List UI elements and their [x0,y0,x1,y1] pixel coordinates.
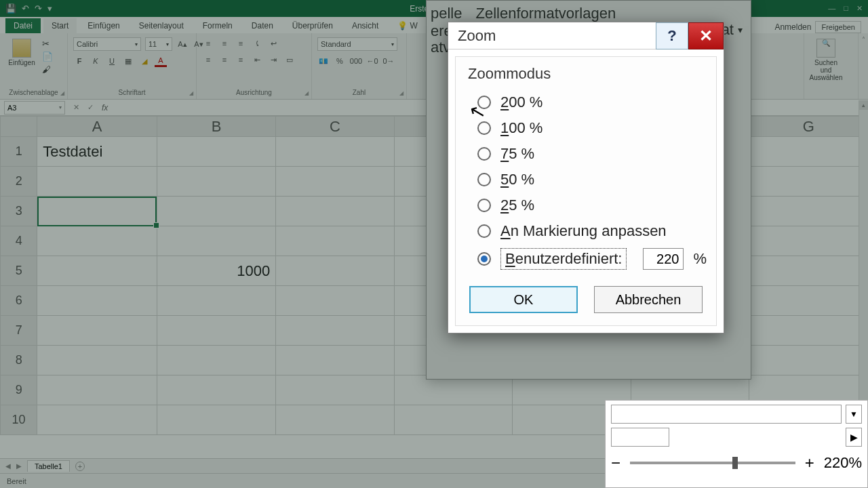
close-dialog-button[interactable]: ✕ [688,22,724,49]
collapse-ribbon-icon[interactable]: ˄ [862,36,865,43]
row-header-6[interactable]: 6 [1,286,37,316]
tab-insert[interactable]: Einfügen [79,18,127,33]
zoom-custom-input[interactable] [643,248,684,270]
cell-a3-selected[interactable] [37,197,157,226]
vertical-scrollbar[interactable]: ▴ [859,100,868,443]
close-window-icon[interactable]: ✕ [856,4,863,13]
zoom-option-50[interactable]: 50 % [468,167,704,192]
zoom-option-fit-selection[interactable]: An Markierung anpassen [468,218,704,244]
zoom-option-200[interactable]: 200 % [468,89,704,115]
signin-link[interactable]: Anmelden [774,22,811,32]
italic-button[interactable]: K [90,55,102,67]
overlay-dropdown[interactable] [611,405,842,424]
row-header-1[interactable]: 1 [1,137,37,167]
format-painter-icon[interactable]: 🖌 [42,64,53,75]
row-header-10[interactable]: 10 [1,405,37,435]
tab-page-layout[interactable]: Seitenlayout [131,18,192,33]
zoom-option-75[interactable]: 75 % [468,141,704,167]
select-all-corner[interactable] [1,117,37,137]
name-box[interactable]: A3▾ [4,101,65,115]
zoom-slider[interactable] [630,462,795,464]
overlay-scroll-right[interactable]: ▶ [846,428,862,447]
zoom-option-25[interactable]: 25 % [468,192,704,218]
align-middle-icon[interactable]: ≡ [218,37,231,49]
tab-file[interactable]: Datei [5,18,41,33]
row-header-5[interactable]: 5 [1,256,37,286]
align-left-icon[interactable]: ≡ [202,54,214,66]
bold-button[interactable]: F [73,55,85,67]
tab-tellme[interactable]: 💡 W [389,18,426,33]
undo-icon[interactable]: ↶ [22,3,29,14]
add-sheet-button[interactable]: + [75,462,85,471]
zoom-slider-thumb[interactable] [732,457,738,469]
indent-decrease-icon[interactable]: ⇤ [251,54,263,66]
sheet-tab-1[interactable]: Tabelle1 [27,460,70,472]
orientation-icon[interactable]: ⤹ [251,37,263,49]
font-size-select[interactable]: 11▾ [145,37,172,51]
help-button[interactable]: ? [656,22,688,49]
overlay-input[interactable] [611,428,669,447]
sheet-nav-prev-icon[interactable]: ◀ [5,462,11,470]
border-icon[interactable]: ▦ [122,55,134,67]
align-top-icon[interactable]: ≡ [202,37,214,49]
row-header-7[interactable]: 7 [1,316,37,346]
align-center-icon[interactable]: ≡ [218,54,231,66]
zoom-option-custom[interactable]: Benutzerdefiniert: % [468,244,704,274]
tab-formulas[interactable]: Formeln [195,18,241,33]
indent-increase-icon[interactable]: ⇥ [267,54,279,66]
row-header-8[interactable]: 8 [1,346,37,375]
cell-a1[interactable]: Testdatei [37,137,157,167]
cut-icon[interactable]: ✂ [42,39,53,49]
zoom-out-button[interactable]: − [611,453,620,472]
zoom-option-100[interactable]: 100 % [468,115,704,141]
customize-icon[interactable]: ▾ [47,3,52,14]
number-format-select[interactable]: Standard▾ [317,37,397,51]
underline-button[interactable]: U [106,55,118,67]
ok-button[interactable]: OK [469,286,578,313]
column-header-g[interactable]: G [749,117,868,137]
fill-color-icon[interactable]: ◢ [138,55,151,67]
zoom-level-label[interactable]: 220% [824,454,862,472]
tab-data[interactable]: Daten [243,18,281,33]
column-header-b[interactable]: B [157,117,276,137]
font-color-icon[interactable]: A [155,55,167,67]
row-header-3[interactable]: 3 [1,197,37,226]
save-icon[interactable]: 💾 [5,3,16,14]
font-dialog-launcher[interactable]: ◢ [189,90,193,96]
font-name-select[interactable]: Calibri▾ [73,37,141,51]
column-header-a[interactable]: A [37,117,157,137]
enter-formula-icon[interactable]: ✓ [83,103,98,112]
percent-icon[interactable]: % [334,55,346,67]
redo-icon[interactable]: ↷ [35,3,42,14]
zoom-in-button[interactable]: + [805,453,814,472]
cell-b5[interactable]: 1000 [157,256,276,286]
wrap-text-icon[interactable]: ↩ [267,37,279,49]
cancel-button[interactable]: Abbrechen [594,286,703,313]
alignment-dialog-launcher[interactable]: ◢ [304,90,309,96]
paste-button[interactable]: Einfügen [5,37,38,68]
tab-start[interactable]: Start [43,18,77,33]
thousands-icon[interactable]: 000 [350,55,362,67]
decrease-decimal-icon[interactable]: 0→ [382,55,395,67]
grow-font-icon[interactable]: A▴ [176,38,189,50]
row-header-4[interactable]: 4 [1,226,37,256]
fx-icon[interactable]: fx [98,103,112,113]
row-header-2[interactable]: 2 [1,167,37,197]
tab-review[interactable]: Überprüfen [284,18,341,33]
row-header-9[interactable]: 9 [1,375,37,405]
cancel-formula-icon[interactable]: ✕ [69,103,83,112]
share-button[interactable]: Freigeben [815,21,861,33]
maximize-icon[interactable]: □ [844,4,848,13]
sheet-nav-next-icon[interactable]: ▶ [16,462,22,470]
find-select-button[interactable]: 🔍Suchen und Auswählen [810,37,842,83]
copy-icon[interactable]: 📄 [42,52,53,62]
accounting-icon[interactable]: 💶 [317,55,330,67]
column-header-c[interactable]: C [276,117,395,137]
align-bottom-icon[interactable]: ≡ [235,37,247,49]
merge-icon[interactable]: ▭ [283,54,296,66]
increase-decimal-icon[interactable]: ←0 [366,55,378,67]
overlay-dropdown-button[interactable]: ▼ [846,405,862,424]
number-dialog-launcher[interactable]: ◢ [399,90,403,96]
tab-view[interactable]: Ansicht [344,18,387,33]
align-right-icon[interactable]: ≡ [235,54,247,66]
